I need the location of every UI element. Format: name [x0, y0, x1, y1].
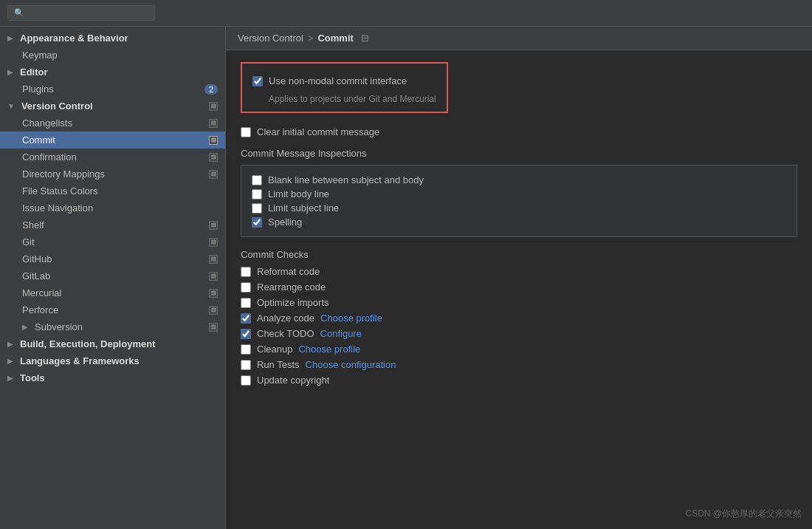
non-modal-highlight-box: Use non-modal commit interface Applies t…	[241, 62, 448, 113]
sidebar-item-label: Issue Navigation	[22, 202, 93, 214]
sidebar-item-file-status-colors[interactable]: File Status Colors	[0, 182, 225, 199]
github-icon: ⊟	[209, 255, 218, 264]
perforce-icon: ⊟	[209, 306, 218, 315]
sidebar-item-appearance[interactable]: ▶ Appearance & Behavior	[0, 30, 225, 47]
sidebar-item-mercurial[interactable]: Mercurial ⊟	[0, 284, 225, 301]
check-rearrange-checkbox[interactable]	[241, 282, 251, 293]
breadcrumb-separator: >	[308, 33, 314, 44]
check-cleanup-label: Cleanup	[257, 344, 292, 355]
arrow-down-icon: ▼	[7, 102, 15, 110]
search-icon: 🔍	[14, 8, 24, 18]
sidebar-item-issue-navigation[interactable]: Issue Navigation	[0, 199, 225, 216]
breadcrumb-icon: ⊟	[361, 33, 369, 44]
inspection-blank-line-checkbox[interactable]	[252, 175, 262, 185]
sidebar-item-label: File Status Colors	[22, 185, 98, 197]
sidebar-item-build[interactable]: ▶ Build, Execution, Deployment	[0, 335, 225, 352]
check-reformat-label: Reformat code	[257, 266, 320, 277]
search-box[interactable]: 🔍	[7, 5, 155, 21]
sidebar-item-commit[interactable]: Commit ⊟	[0, 132, 225, 149]
sidebar-item-plugins[interactable]: Plugins 2	[0, 81, 225, 98]
sidebar-item-label: Build, Execution, Deployment	[20, 338, 155, 349]
sidebar-item-subversion[interactable]: ▶ Subversion ⊟	[0, 318, 225, 335]
check-todo-row: Check TODO Configure	[241, 328, 797, 339]
check-optimize-label: Optimize imports	[257, 297, 329, 308]
sidebar-item-label: Appearance & Behavior	[20, 33, 128, 44]
check-todo-label: Check TODO	[257, 328, 314, 339]
check-analyze-link[interactable]: Choose profile	[320, 313, 382, 324]
sidebar-item-changelists[interactable]: Changelists ⊟	[0, 115, 225, 132]
sidebar-item-label: Git	[22, 236, 35, 248]
check-rearrange-row: Rearrange code	[241, 281, 797, 293]
check-cleanup-link[interactable]: Choose profile	[298, 344, 360, 355]
message-inspections-title: Commit Message Inspections	[241, 148, 797, 159]
sidebar-item-label: Plugins	[22, 83, 54, 95]
sidebar-item-label: Perforce	[22, 304, 58, 315]
check-analyze-checkbox[interactable]	[241, 313, 251, 324]
dir-mappings-icon: ⊟	[209, 170, 218, 179]
sidebar-item-label: Mercurial	[22, 287, 61, 298]
inspection-blank-line-row: Blank line between subject and body	[252, 174, 786, 185]
check-optimize-checkbox[interactable]	[241, 298, 251, 308]
sidebar-item-keymap[interactable]: Keymap	[0, 47, 225, 64]
mercurial-icon: ⊟	[209, 289, 218, 298]
sidebar-item-git[interactable]: Git ⊟	[0, 233, 225, 250]
sidebar-item-tools[interactable]: ▶ Tools	[0, 369, 225, 386]
check-runtests-link[interactable]: Choose configuration	[306, 359, 396, 370]
non-modal-checkbox[interactable]	[252, 76, 263, 86]
sidebar: ▶ Appearance & Behavior Keymap ▶ Editor …	[0, 27, 226, 529]
inspection-blank-line-label: Blank line between subject and body	[268, 174, 424, 185]
sidebar-item-editor[interactable]: ▶ Editor	[0, 64, 225, 81]
check-todo-link[interactable]: Configure	[320, 328, 362, 339]
check-analyze-row: Analyze code Choose profile	[241, 313, 797, 324]
inspection-limit-body-checkbox[interactable]	[252, 189, 262, 199]
sidebar-item-version-control[interactable]: ▼ Version Control ⊟	[0, 98, 225, 115]
check-rearrange-label: Rearrange code	[257, 281, 326, 293]
sidebar-item-label: Keymap	[22, 50, 58, 61]
sidebar-item-github[interactable]: GitHub ⊟	[0, 250, 225, 267]
content-area: Version Control > Commit ⊟ Use non-modal…	[226, 27, 812, 529]
sidebar-item-label: Confirmation	[22, 151, 77, 163]
check-updatecopyright-checkbox[interactable]	[241, 375, 251, 386]
inspection-limit-subject-row: Limit subject line	[252, 202, 786, 214]
sidebar-item-label: Changelists	[22, 117, 72, 129]
arrow-icon: ▶	[7, 68, 13, 76]
arrow-icon-sub: ▶	[22, 323, 28, 331]
sidebar-item-confirmation[interactable]: Confirmation ⊟	[0, 149, 225, 165]
sidebar-item-gitlab[interactable]: GitLab ⊟	[0, 267, 225, 284]
check-runtests-label: Run Tests	[257, 359, 300, 370]
inspection-spelling-row: Spelling	[252, 216, 786, 228]
inspection-spelling-checkbox[interactable]	[252, 217, 262, 228]
sidebar-item-label: Version Control	[21, 100, 93, 112]
sidebar-item-shelf[interactable]: Shelf ⊟	[0, 216, 225, 233]
git-icon: ⊟	[209, 238, 218, 247]
sidebar-item-perforce[interactable]: Perforce ⊟	[0, 301, 225, 318]
commit-icon: ⊟	[209, 136, 218, 145]
inspections-panel: Blank line between subject and body Limi…	[241, 165, 797, 237]
breadcrumb-version-control: Version Control	[238, 33, 303, 44]
clear-initial-checkbox[interactable]	[241, 127, 251, 137]
inspection-limit-subject-label: Limit subject line	[268, 202, 339, 214]
inspection-limit-body-label: Limit body line	[268, 188, 329, 199]
check-todo-checkbox[interactable]	[241, 329, 251, 339]
sidebar-item-directory-mappings[interactable]: Directory Mappings ⊟	[0, 165, 225, 182]
non-modal-subtext: Applies to projects under Git and Mercur…	[269, 94, 436, 104]
check-runtests-row: Run Tests Choose configuration	[241, 359, 797, 370]
check-runtests-checkbox[interactable]	[241, 360, 251, 370]
vc-icon-square: ⊟	[209, 102, 218, 111]
sidebar-item-label: Directory Mappings	[22, 168, 105, 180]
arrow-icon-tools: ▶	[7, 374, 13, 382]
clear-initial-label: Clear initial commit message	[257, 126, 379, 137]
clear-initial-checkbox-row: Clear initial commit message	[241, 126, 797, 137]
check-reformat-checkbox[interactable]	[241, 267, 251, 277]
check-updatecopyright-label: Update copyright	[257, 375, 329, 386]
sidebar-item-label: Subversion	[35, 321, 83, 332]
check-cleanup-row: Cleanup Choose profile	[241, 344, 797, 355]
inspection-limit-subject-checkbox[interactable]	[252, 203, 262, 214]
sidebar-item-label: GitHub	[22, 253, 52, 264]
commit-checks-title: Commit Checks	[241, 249, 797, 260]
main-layout: ▶ Appearance & Behavior Keymap ▶ Editor …	[0, 27, 812, 529]
check-cleanup-checkbox[interactable]	[241, 344, 251, 355]
check-reformat-row: Reformat code	[241, 266, 797, 277]
plugins-badge: 2	[204, 84, 218, 95]
sidebar-item-languages[interactable]: ▶ Languages & Frameworks	[0, 352, 225, 369]
